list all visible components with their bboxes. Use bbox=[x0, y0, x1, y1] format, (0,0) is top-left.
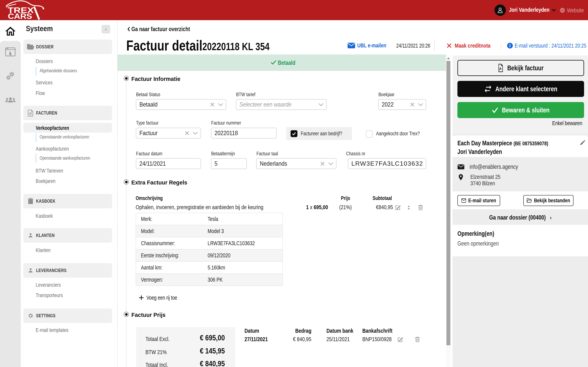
svg-text:CARS: CARS bbox=[8, 12, 32, 20]
